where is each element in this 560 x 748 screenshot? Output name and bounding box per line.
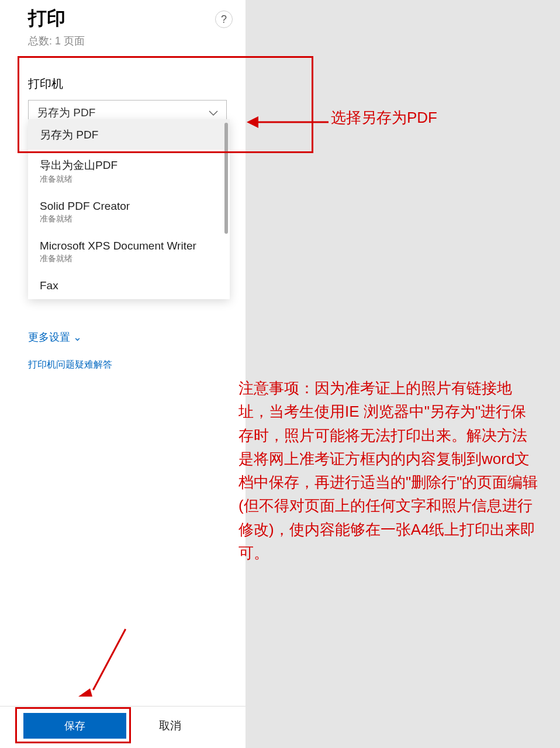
printer-option-save-as-pdf[interactable]: 另存为 PDF	[28, 119, 230, 150]
printer-selected-value: 另存为 PDF	[37, 105, 95, 120]
help-icon[interactable]: ?	[215, 11, 233, 28]
save-button[interactable]: 保存	[23, 713, 126, 739]
option-status: 准备就绪	[40, 214, 218, 224]
troubleshoot-link[interactable]: 打印机问题疑难解答	[28, 359, 112, 371]
printer-label: 打印机	[28, 76, 217, 92]
option-name: 导出为金山PDF	[40, 158, 218, 173]
printer-option-xps[interactable]: Microsoft XPS Document Writer 准备就绪	[28, 231, 230, 271]
option-name: Solid PDF Creator	[40, 200, 218, 213]
footer-bar: 保存 取消	[0, 706, 246, 748]
chevron-down-icon	[209, 106, 218, 119]
annotation-notice-text: 注意事项：因为准考证上的照片有链接地址，当考生使用IE 浏览器中"另存为"进行保…	[238, 376, 540, 565]
cancel-button[interactable]: 取消	[159, 718, 181, 733]
annotation-label-select-pdf: 选择另存为PDF	[331, 108, 437, 128]
annotation-arrow-printer	[246, 108, 333, 139]
more-settings-link[interactable]: 更多设置 ⌄	[28, 330, 82, 344]
printer-option-solid-pdf[interactable]: Solid PDF Creator 准备就绪	[28, 192, 230, 231]
option-status: 准备就绪	[40, 254, 218, 264]
option-name: 另存为 PDF	[40, 127, 218, 143]
printer-dropdown: 另存为 PDF 导出为金山PDF 准备就绪 Solid PDF Creator …	[28, 119, 230, 299]
printer-option-fax[interactable]: Fax	[28, 271, 230, 299]
option-name: Fax	[40, 279, 218, 292]
printer-option-kingsoft-pdf[interactable]: 导出为金山PDF 准备就绪	[28, 150, 230, 192]
scrollbar[interactable]	[224, 123, 228, 234]
option-name: Microsoft XPS Document Writer	[40, 240, 218, 252]
header: 打印 总数: 1 页面	[0, 0, 246, 48]
option-status: 准备就绪	[40, 174, 218, 185]
page-title: 打印	[28, 6, 217, 32]
svg-marker-1	[247, 116, 258, 128]
chevron-down-icon: ⌄	[73, 331, 82, 343]
page-count: 总数: 1 页面	[28, 34, 217, 48]
printer-section: 打印机 另存为 PDF	[0, 76, 246, 126]
